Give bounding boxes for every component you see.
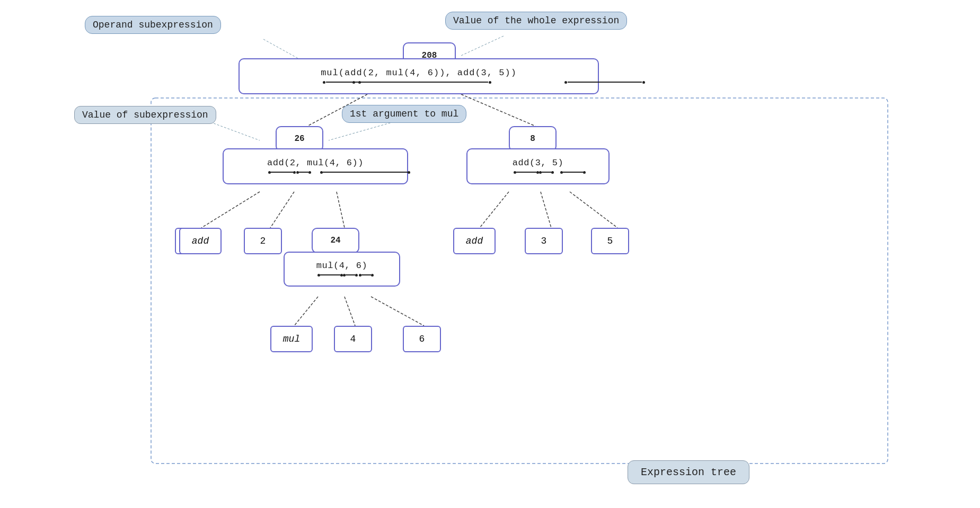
right-expr-text: add(3, 5) [513, 158, 563, 168]
add-right-label-node: add [453, 228, 496, 254]
root-expr-node: mul(add(2, mul(4, 6)), add(3, 5)) [239, 58, 599, 94]
three-node: 3 [525, 228, 563, 254]
value-whole-callout: Value of the whole expression [445, 12, 627, 30]
svg-line-10 [345, 297, 355, 326]
svg-line-13 [461, 36, 504, 56]
svg-line-14 [207, 121, 260, 140]
first-arg-callout: 1st argument to mul [342, 105, 466, 123]
right-expr-node: add(3, 5) [466, 148, 610, 184]
diagram: 208 mul(add(2, mul(4, 6)), add(3, 5)) [0, 0, 980, 508]
svg-line-2 [461, 94, 535, 126]
five-node: 5 [591, 228, 629, 254]
svg-line-15 [329, 121, 398, 140]
value-subexpr-callout: Value of subexpression [74, 106, 216, 124]
left-expr-node: add(2, mul(4, 6)) [223, 148, 408, 184]
svg-line-11 [371, 297, 424, 326]
operand-subexpr-callout: Operand subexpression [85, 16, 221, 34]
inner-expr-node: mul(4, 6) [284, 252, 400, 287]
svg-line-8 [570, 192, 617, 228]
inner-value-node: 24 [312, 228, 359, 253]
six-node: 6 [403, 326, 441, 352]
svg-line-7 [541, 192, 551, 228]
two-node: 2 [244, 228, 282, 254]
four-node: 4 [334, 326, 372, 352]
expression-tree-callout: Expression tree [628, 460, 749, 484]
add-left-label-node: add [179, 228, 222, 254]
right-value-node: 8 [509, 126, 557, 151]
root-expr-text: mul(add(2, mul(4, 6)), add(3, 5)) [321, 68, 517, 78]
inner-expr-text: mul(4, 6) [316, 261, 367, 271]
mul-bottom-label-node: mul [270, 326, 313, 352]
left-value-node: 26 [276, 126, 323, 151]
svg-line-9 [294, 297, 318, 326]
svg-line-6 [480, 192, 509, 228]
svg-line-3 [201, 192, 260, 228]
left-expr-text: add(2, mul(4, 6)) [267, 158, 364, 168]
svg-line-4 [270, 192, 294, 228]
svg-line-5 [337, 192, 345, 228]
